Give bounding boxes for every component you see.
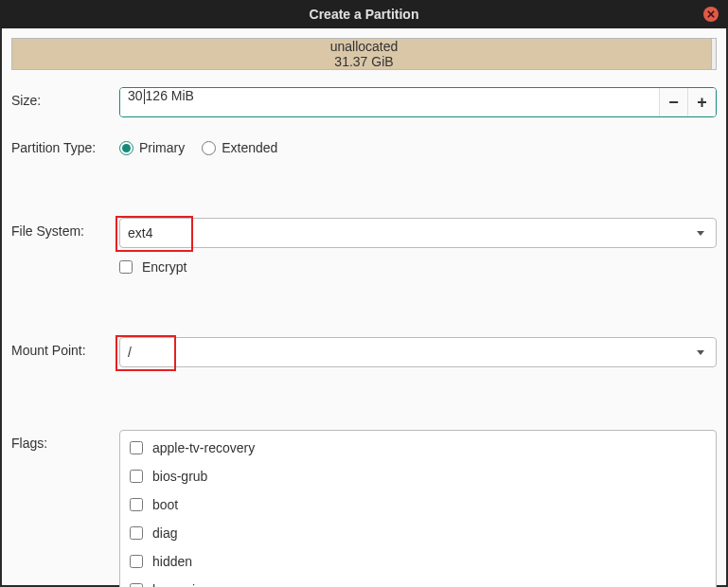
- partition-name: unallocated: [330, 39, 399, 54]
- flag-label: apple-tv-recovery: [152, 440, 255, 455]
- primary-radio[interactable]: [119, 141, 133, 155]
- size-label: Size:: [11, 87, 110, 108]
- text-caret: [144, 89, 145, 104]
- partition-preview-bar: unallocated 31.37 GiB: [11, 38, 717, 70]
- flag-item[interactable]: hpservice: [130, 582, 706, 587]
- encrypt-check-item[interactable]: Encrypt: [119, 259, 717, 275]
- flag-label: bios-grub: [152, 469, 207, 484]
- flag-label: hpservice: [152, 582, 209, 587]
- size-increment-button[interactable]: +: [687, 88, 716, 116]
- flag-checkbox[interactable]: [130, 555, 143, 568]
- encrypt-checkbox[interactable]: [119, 260, 133, 274]
- flag-label: boot: [152, 497, 178, 512]
- dialog-window: Create a Partition unallocated 31.37 GiB…: [0, 0, 728, 587]
- filesystem-value: ext4: [128, 225, 697, 240]
- partition-type-group: Primary Extended: [119, 134, 717, 155]
- filesystem-block: ext4 Encrypt: [119, 218, 717, 275]
- mountpoint-label: Mount Point:: [11, 337, 110, 358]
- flag-checkbox[interactable]: [130, 441, 143, 454]
- extended-radio-label: Extended: [222, 140, 277, 155]
- flag-label: hidden: [152, 554, 192, 569]
- extended-radio-item[interactable]: Extended: [202, 140, 277, 155]
- titlebar: Create a Partition: [0, 0, 728, 28]
- close-icon: [707, 10, 715, 18]
- mountpoint-dropdown[interactable]: /: [119, 337, 717, 367]
- size-decrement-button[interactable]: −: [659, 88, 687, 116]
- chevron-down-icon: [697, 231, 704, 236]
- chevron-down-icon: [697, 350, 704, 355]
- flag-item[interactable]: boot: [130, 497, 706, 512]
- window-title: Create a Partition: [310, 7, 419, 22]
- flag-label: diag: [152, 525, 177, 541]
- extended-radio[interactable]: [202, 141, 216, 155]
- primary-radio-item[interactable]: Primary: [119, 140, 185, 155]
- flag-checkbox[interactable]: [130, 526, 143, 540]
- mountpoint-value: /: [128, 345, 697, 360]
- size-field[interactable]: 30126 MiB − +: [119, 87, 717, 117]
- flag-item[interactable]: apple-tv-recovery: [130, 440, 706, 455]
- partition-size: 31.37 GiB: [334, 54, 393, 69]
- filesystem-label: File System:: [11, 218, 110, 239]
- filesystem-dropdown[interactable]: ext4: [119, 218, 717, 248]
- primary-radio-label: Primary: [139, 140, 185, 155]
- flags-label: Flags:: [11, 430, 110, 451]
- flag-item[interactable]: hidden: [130, 554, 706, 569]
- flag-checkbox[interactable]: [130, 498, 143, 511]
- encrypt-label: Encrypt: [142, 259, 186, 275]
- flag-checkbox[interactable]: [130, 583, 143, 587]
- close-button[interactable]: [703, 7, 719, 22]
- flag-item[interactable]: diag: [130, 525, 706, 541]
- dialog-content: unallocated 31.37 GiB Size: 30126 MiB − …: [2, 28, 726, 585]
- flag-checkbox[interactable]: [130, 470, 143, 483]
- size-input[interactable]: 30126 MiB: [120, 88, 659, 116]
- flags-list[interactable]: apple-tv-recovery bios-grub boot diag hi…: [119, 430, 717, 587]
- flag-item[interactable]: bios-grub: [130, 469, 706, 484]
- partition-type-label: Partition Type:: [11, 134, 110, 155]
- form-grid: Size: 30126 MiB − + Partition Type: Prim…: [11, 87, 717, 587]
